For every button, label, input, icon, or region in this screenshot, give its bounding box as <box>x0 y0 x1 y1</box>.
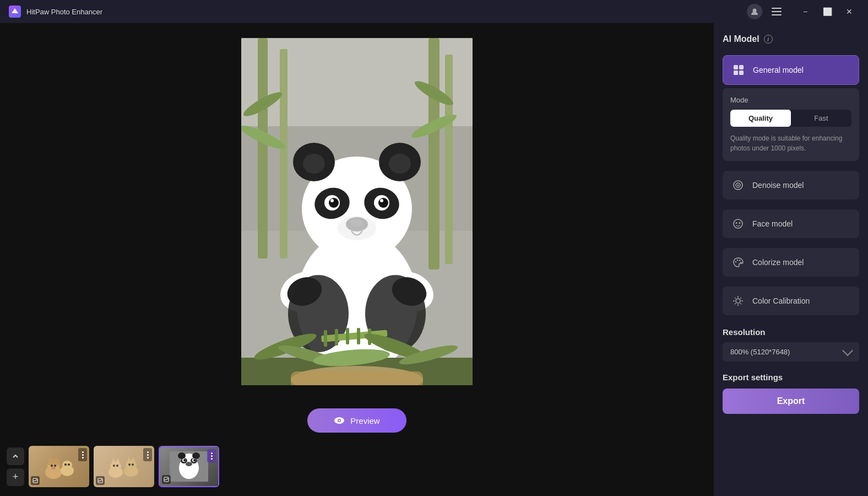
minimize-button[interactable]: − <box>795 4 815 19</box>
svg-marker-74 <box>132 457 135 461</box>
svg-point-89 <box>186 462 192 466</box>
svg-point-100 <box>739 222 741 224</box>
thumb-menu-3[interactable] <box>207 449 216 462</box>
svg-rect-64 <box>33 478 37 483</box>
svg-rect-77 <box>98 478 102 483</box>
svg-line-110 <box>735 298 736 299</box>
photo-canvas <box>241 38 473 385</box>
svg-rect-8 <box>445 55 453 264</box>
svg-line-111 <box>740 303 741 304</box>
maximize-button[interactable]: ⬜ <box>817 4 837 19</box>
calibration-model-label: Color Calibration <box>752 296 810 305</box>
close-button[interactable]: ✕ <box>839 4 859 19</box>
svg-point-97 <box>737 185 739 186</box>
svg-point-66 <box>110 461 121 471</box>
window-controls: − ⬜ ✕ <box>747 4 859 19</box>
svg-point-88 <box>193 459 196 461</box>
svg-point-30 <box>389 154 411 174</box>
svg-point-38 <box>380 199 383 202</box>
fast-mode-button[interactable]: Fast <box>791 110 851 127</box>
resolution-dropdown[interactable]: 800% (5120*7648) <box>723 342 859 362</box>
svg-point-75 <box>128 463 131 466</box>
svg-point-101 <box>735 261 736 262</box>
svg-point-98 <box>734 219 742 228</box>
svg-point-36 <box>378 198 388 208</box>
filmstrip: + <box>0 441 714 496</box>
mode-description: Quality mode is suitable for enhancing p… <box>730 133 851 153</box>
canvas-main <box>0 23 714 400</box>
svg-rect-21 <box>324 330 327 347</box>
app-title: HitPaw Photo Enhancer <box>26 8 747 16</box>
svg-rect-49 <box>291 371 423 385</box>
mode-label: Mode <box>730 96 851 104</box>
mode-section: Mode Quality Fast Quality mode is suitab… <box>723 88 859 161</box>
denoise-model-icon <box>730 177 746 193</box>
right-panel: AI Model i General model Mode <box>714 23 868 496</box>
canvas-area: Preview + <box>0 23 714 496</box>
svg-point-56 <box>53 458 59 466</box>
colorize-model-item[interactable]: Colorize model <box>723 248 859 277</box>
calibration-model-icon <box>730 293 746 309</box>
general-model-row[interactable]: General model <box>723 55 859 85</box>
general-model-item[interactable]: General model Mode Quality Fast Quality … <box>723 55 859 164</box>
thumbnail-cats[interactable] <box>94 446 154 487</box>
main-layout: Preview + <box>0 23 868 496</box>
quality-mode-button[interactable]: Quality <box>730 110 791 127</box>
svg-point-61 <box>62 461 72 470</box>
app-logo <box>9 6 21 18</box>
svg-rect-23 <box>346 328 349 344</box>
svg-point-69 <box>113 465 115 467</box>
filmstrip-controls: + <box>7 448 24 486</box>
svg-point-72 <box>126 460 137 470</box>
export-button[interactable]: Export <box>723 389 859 414</box>
ai-model-title: AI Model i <box>723 34 859 44</box>
info-icon[interactable]: i <box>764 35 773 44</box>
svg-marker-67 <box>112 458 115 462</box>
svg-rect-94 <box>739 71 744 75</box>
user-avatar[interactable] <box>747 4 762 19</box>
svg-rect-92 <box>739 65 744 69</box>
thumb-menu-2[interactable] <box>143 448 152 461</box>
general-model-label: General model <box>753 66 804 74</box>
svg-rect-5 <box>258 38 268 258</box>
svg-point-103 <box>739 260 740 261</box>
thumbnail-panda[interactable] <box>159 446 219 487</box>
resolution-title: Resolution <box>723 327 859 337</box>
svg-line-112 <box>740 298 741 299</box>
svg-point-104 <box>740 262 741 263</box>
add-image-button[interactable]: + <box>7 468 24 486</box>
denoise-model-label: Denoise model <box>752 181 804 190</box>
expand-button[interactable] <box>7 448 24 465</box>
svg-point-37 <box>330 199 334 202</box>
general-model-icon <box>731 62 746 78</box>
colorize-model-label: Colorize model <box>752 258 804 267</box>
svg-rect-90 <box>164 477 169 482</box>
calibration-model-item[interactable]: Color Calibration <box>723 287 859 315</box>
denoise-model-item[interactable]: Denoise model <box>723 171 859 200</box>
face-model-label: Face model <box>752 219 793 228</box>
svg-point-102 <box>737 260 738 261</box>
svg-point-99 <box>736 222 737 224</box>
svg-rect-22 <box>335 329 338 346</box>
hamburger-menu[interactable] <box>769 4 784 19</box>
thumb-menu-1[interactable] <box>78 448 87 461</box>
thumb-icon-2 <box>96 476 105 485</box>
svg-point-76 <box>132 463 134 466</box>
svg-point-63 <box>68 463 70 466</box>
svg-point-70 <box>116 465 118 467</box>
svg-rect-24 <box>357 328 360 344</box>
thumb-icon-1 <box>31 476 40 485</box>
svg-rect-91 <box>734 65 738 69</box>
svg-marker-0 <box>12 8 18 13</box>
thumbnail-dogs[interactable] <box>29 446 89 487</box>
colorize-model-icon <box>730 255 746 270</box>
face-model-icon <box>730 216 746 231</box>
preview-button[interactable]: Preview <box>307 408 406 433</box>
svg-line-113 <box>735 303 736 304</box>
svg-point-87 <box>183 459 186 461</box>
thumb-icon-3 <box>162 475 171 484</box>
mode-toggle: Quality Fast <box>730 110 851 127</box>
svg-marker-68 <box>116 458 120 462</box>
export-settings-title: Export settings <box>723 373 859 382</box>
face-model-item[interactable]: Face model <box>723 209 859 238</box>
